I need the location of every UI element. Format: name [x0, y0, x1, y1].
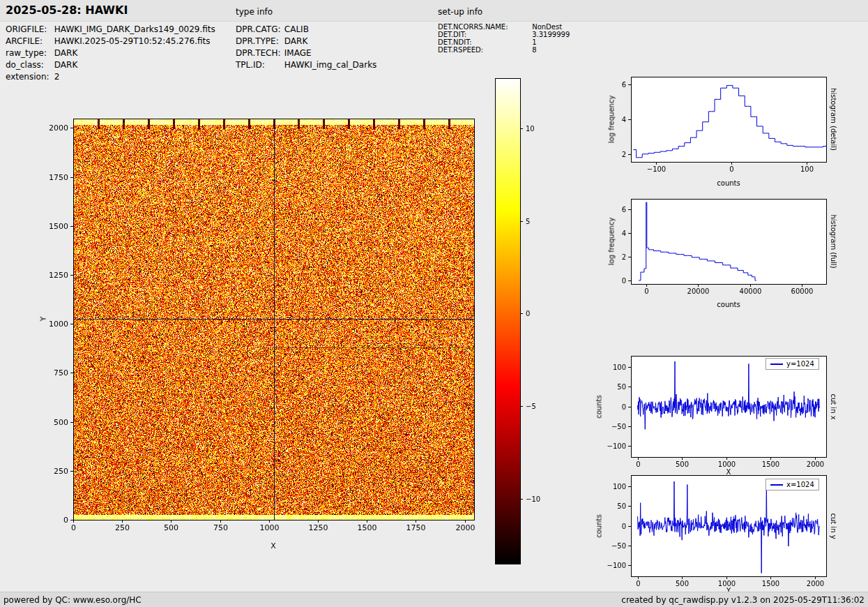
hist-full-xlabel: counts: [717, 301, 740, 308]
footer: powered by QC: www.eso.org/HC created by…: [0, 592, 868, 607]
info-value: DARK: [284, 36, 307, 46]
hist-detail-ylabel: log frequency: [608, 96, 616, 144]
info-label: TPL.ID:: [236, 59, 282, 71]
info-row-rspeed: DET.RSPEED: 8: [438, 46, 570, 54]
info-label: DPR.CATG:: [236, 24, 282, 36]
cut-x-legend-label: y=1024: [786, 360, 814, 368]
cut-x-canvas: [596, 353, 837, 470]
info-value: 2: [54, 72, 60, 82]
legend-line-icon: [770, 364, 783, 365]
info-value: 8: [532, 46, 536, 54]
info-row-dpr-tech: DPR.TECH: IMAGE: [236, 47, 376, 59]
setup-info-heading: set-up info: [438, 7, 482, 17]
info-value: HAWKI_img_cal_Darks: [284, 60, 377, 70]
footer-created-by: created by qc_rawdisp.py v1.2.3 on 2025-…: [621, 595, 865, 605]
info-value: HAWKI_IMG_DARK_Darks149_0029.fits: [54, 24, 215, 34]
footer-powered-by: powered by QC: www.eso.org/HC: [3, 595, 142, 605]
info-row-dpr-type: DPR.TYPE: DARK: [236, 36, 376, 47]
info-label: extension:: [6, 71, 52, 83]
main-plot-xlabel: X: [271, 541, 276, 550]
colorbar-canvas: [492, 77, 555, 568]
info-label: DET.RSPEED:: [438, 46, 530, 54]
info-label: ORIGFILE:: [6, 24, 52, 36]
info-value: NonDest: [532, 23, 562, 31]
hist-detail-canvas: [596, 74, 837, 179]
cut-y-side-title: cut in y: [830, 513, 837, 539]
info-row-tpl-id: TPL.ID: HAWKI_img_cal_Darks: [236, 59, 376, 71]
info-label: do_class:: [6, 59, 52, 71]
hist-detail-xlabel: counts: [717, 179, 740, 187]
info-label: DPR.TYPE:: [236, 36, 282, 47]
info-value: DARK: [54, 48, 77, 58]
cut-y-legend: x=1024: [766, 479, 819, 490]
hist-full-canvas: [596, 196, 837, 301]
detector-image-canvas: [28, 105, 488, 555]
cut-y-legend-label: x=1024: [786, 481, 814, 488]
info-label: raw_type:: [6, 47, 52, 59]
info-value: 1: [532, 38, 536, 46]
info-value: IMAGE: [284, 48, 312, 58]
info-row-extension: extension: 2: [6, 71, 215, 83]
legend-line-icon: [770, 484, 783, 486]
info-row-ncorrs: DET.NCORRS.NAME: NonDest: [438, 23, 570, 31]
info-row-ndit: DET.NDIT: 1: [438, 38, 570, 46]
cut-y-ylabel: counts: [595, 514, 603, 537]
type-info-heading: type info: [236, 7, 273, 17]
cut-x-legend: y=1024: [766, 358, 819, 370]
setup-info-block: DET.NCORRS.NAME: NonDest DET.DIT: 3.3199…: [438, 23, 570, 54]
info-value: 3.3199999: [532, 31, 570, 38]
info-value: CALIB: [284, 24, 309, 34]
hist-detail-side-title: histogram (detail): [830, 88, 837, 151]
main-plot-ylabel: Y: [39, 317, 48, 322]
info-value: DARK: [54, 60, 77, 70]
info-row-origfile: ORIGFILE: HAWKI_IMG_DARK_Darks149_0029.f…: [6, 24, 215, 36]
info-label: DET.NDIT:: [438, 38, 530, 46]
qc-report-page: 2025-05-28: HAWKI type info set-up info …: [0, 0, 868, 607]
cut-x-ylabel: counts: [595, 395, 603, 418]
info-label: DET.NCORRS.NAME:: [438, 23, 530, 31]
info-row-raw-type: raw_type: DARK: [6, 47, 215, 59]
info-row-dit: DET.DIT: 3.3199999: [438, 31, 570, 38]
cut-x-side-title: cut in x: [830, 394, 837, 419]
file-info-block: ORIGFILE: HAWKI_IMG_DARK_Darks149_0029.f…: [6, 24, 215, 83]
info-label: DET.DIT:: [438, 31, 530, 38]
info-label: ARCFILE:: [6, 36, 52, 47]
header: 2025-05-28: HAWKI type info set-up info: [0, 0, 868, 22]
info-row-arcfile: ARCFILE: HAWKI.2025-05-29T10:52:45.276.f…: [6, 36, 215, 47]
info-label: DPR.TECH:: [236, 47, 282, 59]
page-title: 2025-05-28: HAWKI: [6, 3, 128, 17]
type-info-block: DPR.CATG: CALIB DPR.TYPE: DARK DPR.TECH:…: [236, 24, 376, 71]
info-value: HAWKI.2025-05-29T10:52:45.276.fits: [54, 36, 211, 46]
hist-full-ylabel: log frequency: [608, 218, 616, 266]
hist-full-side-title: histogram (full): [830, 214, 837, 268]
info-row-dpr-catg: DPR.CATG: CALIB: [236, 24, 376, 36]
info-row-do-class: do_class: DARK: [6, 59, 215, 71]
